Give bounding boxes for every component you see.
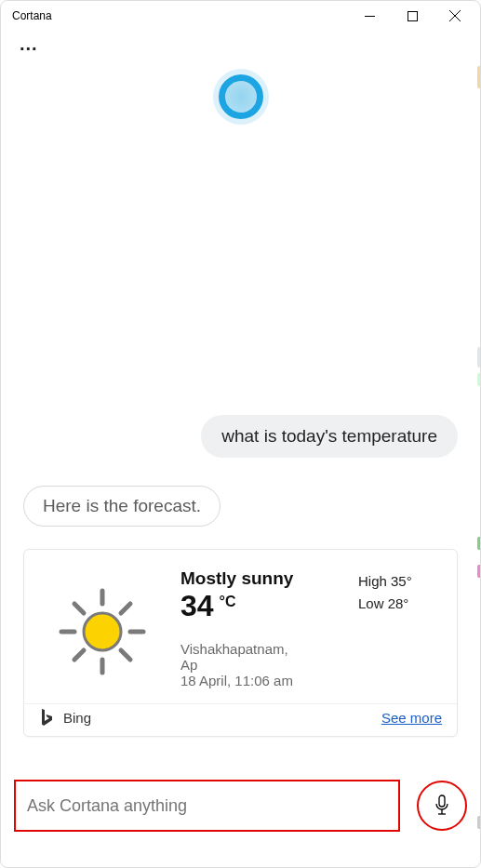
side-marker (477, 537, 481, 550)
weather-card-body: Mostly sunny 34 °C Vishakhapatnam, Ap 18… (24, 550, 457, 703)
chat-area: what is today's temperature Here is the … (1, 415, 480, 755)
search-input[interactable] (27, 796, 387, 816)
menu-row: ··· (1, 31, 480, 67)
side-marker (477, 66, 481, 88)
side-marker (477, 373, 481, 386)
bing-source[interactable]: Bing (39, 708, 91, 727)
side-marker (477, 816, 481, 829)
svg-line-12 (74, 650, 84, 660)
input-row (14, 780, 467, 832)
bing-icon (39, 708, 54, 727)
microphone-icon (434, 795, 450, 817)
svg-line-9 (74, 604, 84, 613)
window-title: Cortana (12, 9, 52, 22)
weather-card[interactable]: Mostly sunny 34 °C Vishakhapatnam, Ap 18… (23, 549, 458, 737)
temperature-value: 34 (180, 591, 214, 621)
svg-rect-13 (439, 795, 445, 807)
see-more-link[interactable]: See more (381, 710, 442, 726)
svg-rect-1 (408, 11, 417, 20)
cortana-logo-icon (219, 74, 263, 119)
location-region: Ap (180, 657, 345, 673)
search-input-box[interactable] (14, 780, 400, 832)
more-menu-icon[interactable]: ··· (20, 38, 38, 59)
temperature-unit: °C (220, 594, 236, 610)
side-marker (477, 347, 481, 367)
bing-label: Bing (63, 710, 91, 726)
microphone-button[interactable] (417, 781, 467, 831)
timestamp: 18 April, 11:06 am (180, 673, 345, 688)
window-controls (348, 1, 476, 31)
assistant-message: Here is the forecast. (23, 486, 220, 527)
close-button[interactable] (434, 1, 476, 31)
titlebar: Cortana (1, 1, 480, 31)
sun-icon (37, 568, 167, 688)
svg-line-10 (121, 650, 130, 660)
high-low-col: High 35° Low 28° (358, 568, 440, 688)
svg-line-11 (121, 604, 130, 613)
location-city: Vishakhapatnam, (180, 641, 345, 657)
logo-wrap (1, 74, 480, 119)
maximize-button[interactable] (391, 1, 434, 31)
weather-main: Mostly sunny 34 °C Vishakhapatnam, Ap 18… (180, 568, 345, 688)
svg-point-4 (84, 613, 121, 650)
minimize-button[interactable] (348, 1, 391, 31)
low-label: Low 28° (358, 593, 440, 615)
high-label: High 35° (358, 570, 440, 593)
temperature-row: 34 °C (180, 591, 345, 621)
side-marker (477, 565, 481, 578)
user-message: what is today's temperature (201, 415, 458, 458)
weather-condition: Mostly sunny (180, 568, 345, 589)
card-footer: Bing See more (24, 703, 457, 736)
